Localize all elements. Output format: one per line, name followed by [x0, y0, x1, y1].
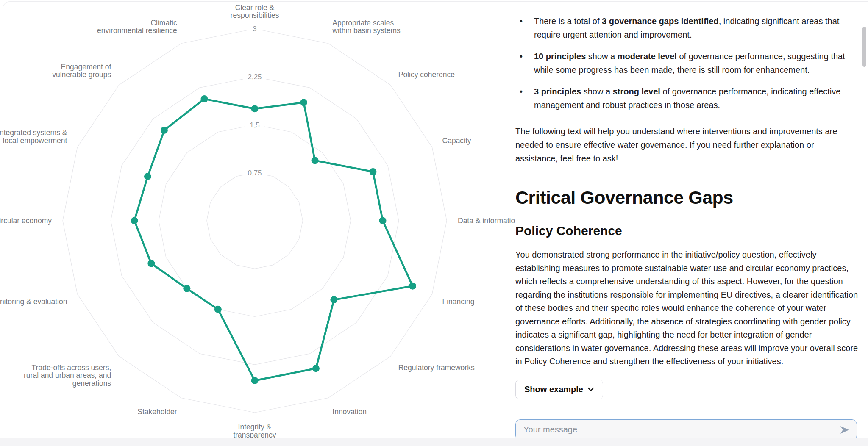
- svg-text:environmental resilience: environmental resilience: [97, 26, 177, 35]
- svg-text:Circular economy: Circular economy: [0, 216, 52, 225]
- send-icon: [839, 425, 850, 435]
- svg-text:Climatic: Climatic: [150, 19, 177, 27]
- bullet-marker-icon: [515, 14, 534, 42]
- svg-text:Financing: Financing: [442, 297, 475, 306]
- section-paragraph: You demonstrated strong performance in t…: [515, 248, 859, 368]
- scrollbar-thumb[interactable]: [862, 27, 866, 67]
- analysis-panel: There is a total of 3 governance gaps id…: [515, 0, 859, 440]
- message-input[interactable]: [515, 419, 857, 440]
- svg-text:Data & information: Data & information: [458, 216, 515, 225]
- message-input-row: [515, 419, 857, 440]
- svg-text:Innovation: Innovation: [332, 407, 367, 416]
- bullet-text: 3 principles show a strong level of gove…: [534, 85, 859, 112]
- svg-text:1,5: 1,5: [250, 121, 260, 129]
- svg-text:Integrated systems &: Integrated systems &: [0, 128, 67, 137]
- send-button[interactable]: [838, 424, 851, 435]
- bullet-item: There is a total of 3 governance gaps id…: [515, 14, 859, 42]
- svg-text:Appropriate scales: Appropriate scales: [332, 19, 394, 27]
- bullet-item: 10 principles show a moderate level of g…: [515, 50, 859, 77]
- show-example-label: Show example: [524, 385, 583, 394]
- svg-text:rural and urban areas, and: rural and urban areas, and: [24, 371, 111, 380]
- page-title: Critical Governance Gaps: [515, 187, 859, 208]
- intro-paragraph: The following text will help you underst…: [515, 125, 859, 165]
- svg-text:vulnerable groups: vulnerable groups: [52, 70, 111, 79]
- svg-text:Trade-offs across users,: Trade-offs across users,: [32, 363, 111, 372]
- bullet-text: 10 principles show a moderate level of g…: [534, 50, 859, 77]
- svg-text:Clear role &: Clear role &: [235, 3, 275, 12]
- summary-bullets: There is a total of 3 governance gaps id…: [515, 14, 859, 112]
- footer-bar: [0, 438, 868, 446]
- svg-text:generations: generations: [72, 379, 111, 388]
- svg-text:transparency: transparency: [233, 431, 276, 439]
- svg-text:Integrity &: Integrity &: [238, 423, 272, 431]
- bullet-marker-icon: [515, 85, 534, 112]
- radar-chart-svg: 0,751,52,253Clear role &responsibilities…: [0, 3, 515, 439]
- svg-text:2,25: 2,25: [248, 73, 262, 81]
- bullet-marker-icon: [515, 50, 534, 77]
- section-title: Policy Coherence: [515, 224, 859, 238]
- bullet-item: 3 principles show a strong level of gove…: [515, 85, 859, 112]
- svg-text:responsibilities: responsibilities: [231, 11, 279, 19]
- svg-text:0,75: 0,75: [248, 169, 262, 177]
- svg-text:Regulatory frameworks: Regulatory frameworks: [398, 363, 475, 372]
- svg-text:Engagement of: Engagement of: [61, 63, 111, 71]
- svg-text:local empowerment: local empowerment: [3, 136, 67, 145]
- svg-text:Stakeholder: Stakeholder: [137, 407, 177, 416]
- svg-text:Policy coherence: Policy coherence: [398, 70, 455, 79]
- svg-text:3: 3: [253, 25, 256, 33]
- show-example-button[interactable]: Show example: [515, 380, 603, 399]
- bullet-text: There is a total of 3 governance gaps id…: [534, 14, 859, 42]
- svg-text:Monitoring & evaluation: Monitoring & evaluation: [0, 297, 67, 306]
- radar-chart: 0,751,52,253Clear role &responsibilities…: [0, 3, 515, 439]
- svg-text:Capacity: Capacity: [442, 136, 471, 145]
- chevron-down-icon: [587, 387, 594, 391]
- svg-text:within basin systems: within basin systems: [332, 26, 401, 35]
